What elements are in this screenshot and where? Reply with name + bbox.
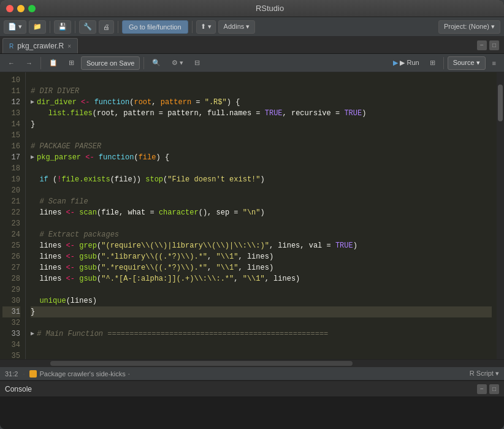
git-dropdown-icon: ▾ — [208, 23, 212, 31]
compile-button[interactable]: ⊞ — [64, 56, 78, 70]
line-num-34: 34 — [2, 340, 20, 351]
editor-area: R pkg_crawler.R × − □ ← → 📋 ⊞ — [0, 37, 504, 380]
addins-button[interactable]: Addins ▾ — [218, 20, 256, 34]
status-separator: · — [23, 370, 25, 378]
status-file-info[interactable]: Package crawler's side-kicks · — [29, 370, 129, 378]
back-icon: ← — [8, 59, 15, 67]
source-on-save-button[interactable]: Source on Save — [81, 56, 140, 70]
code-line-24: # Extract packages — [31, 229, 492, 240]
editor-toolbar-sep-1 — [40, 57, 41, 69]
line-num-33: 33 — [2, 328, 20, 340]
project-button[interactable]: Project: (None) ▾ — [438, 20, 500, 34]
code-line-26: lines <- gsub(".*library\\((.*?)\\).*", … — [31, 251, 492, 262]
code-content[interactable]: # DIR DIVER ▶dir_diver <- function(root,… — [26, 72, 497, 359]
tab-shrink-button[interactable]: − — [477, 40, 487, 50]
code-line-21: # Scan file — [31, 196, 492, 207]
format-button[interactable]: ⊟ — [190, 56, 204, 70]
print-button[interactable]: 🖨 — [99, 20, 114, 34]
scrollbar-thumb[interactable] — [498, 85, 503, 121]
scrollbar[interactable] — [497, 72, 504, 359]
toolbar-separator-3 — [118, 21, 118, 33]
run-button[interactable]: ▶ ▶ Run — [389, 56, 422, 70]
console-shrink-button[interactable]: − — [477, 384, 487, 394]
r-file-status-icon — [29, 370, 37, 378]
toolbar-separator-1 — [50, 21, 50, 33]
code-line-29 — [31, 284, 492, 295]
excel-icon: ⊞ — [430, 59, 435, 67]
line-num-28: 28 — [2, 273, 20, 284]
tab-label: pkg_crawler.R — [17, 42, 64, 50]
tools-dropdown-icon: ▾ — [180, 59, 183, 67]
knit-button[interactable]: 🔧 — [79, 20, 96, 34]
line-num-32: 32 — [2, 317, 20, 328]
back-button[interactable]: ← — [4, 56, 19, 70]
line-num-18: 18 — [2, 163, 20, 174]
code-line-11: # DIR DIVER — [31, 86, 492, 97]
code-line-17: ▶pkg_parser <- function(file) { — [31, 152, 492, 163]
console-title: Console — [5, 385, 32, 393]
line-num-10: 10 — [2, 75, 20, 86]
show-in-files-button[interactable]: 📋 — [45, 56, 62, 70]
line-num-23: 23 — [2, 218, 20, 229]
line-numbers: 10 11 12 13 14 15 16 17 18 19 20 21 22 2… — [0, 72, 26, 359]
editor-toolbar: ← → 📋 ⊞ Source on Save 🔍 ⚙ ▾ ⊟ — [0, 54, 504, 72]
close-button[interactable] — [6, 5, 13, 12]
run-options-button[interactable]: ⊞ — [426, 56, 440, 70]
open-file-button[interactable]: 📁 — [29, 20, 46, 34]
toolbar-separator-2 — [75, 21, 75, 33]
menu-toolbar: 📄 ▾ 📁 💾 🔧 🖨 Go to file/function ⬆ ▾ Addi… — [0, 17, 504, 37]
code-line-28: lines <- gsub("^.*[A-[:alpha:]](.+)\\:\\… — [31, 273, 492, 284]
new-file-icon: 📄 — [8, 23, 17, 31]
line-num-13: 13 — [2, 108, 20, 119]
code-line-22: lines <- scan(file, what = character(), … — [31, 207, 492, 218]
line-num-25: 25 — [2, 240, 20, 251]
line-num-17: 17 — [2, 152, 20, 163]
code-line-16: # PACKAGE PARSER — [31, 141, 492, 152]
code-line-27: lines <- gsub(".*require\\((.*?)\\).*", … — [31, 262, 492, 273]
h-scrollbar-thumb[interactable] — [50, 361, 353, 366]
code-line-33: ▶# Main Function =======================… — [31, 328, 492, 340]
search-button[interactable]: 🔍 — [148, 56, 165, 70]
code-line-32 — [31, 317, 492, 328]
code-line-35 — [31, 351, 492, 359]
tools-button[interactable]: ⚙ ▾ — [167, 56, 188, 70]
search-icon: 🔍 — [152, 59, 161, 67]
code-line-15 — [31, 130, 492, 141]
code-line-18 — [31, 163, 492, 174]
line-num-24: 24 — [2, 229, 20, 240]
console-tab-bar: Console − □ — [0, 381, 504, 397]
console-area: Console − □ — [0, 380, 504, 429]
save-button[interactable]: 💾 — [54, 20, 71, 34]
tab-spacer — [78, 37, 477, 53]
source-button[interactable]: Source ▾ — [448, 56, 486, 70]
new-file-button[interactable]: 📄 ▾ — [4, 20, 26, 34]
horizontal-scrollbar[interactable] — [0, 359, 504, 366]
line-num-16: 16 — [2, 141, 20, 152]
code-line-13: list.files(root, pattern = pattern, full… — [31, 108, 492, 119]
git-button[interactable]: ⬆ ▾ — [196, 20, 216, 34]
minimize-button[interactable] — [17, 5, 25, 12]
maximize-button[interactable] — [28, 5, 36, 12]
line-num-30: 30 — [2, 295, 20, 306]
titlebar: RStudio — [0, 0, 504, 17]
line-num-11: 11 — [2, 86, 20, 97]
console-content[interactable] — [0, 397, 504, 429]
code-line-20 — [31, 185, 492, 196]
forward-icon: → — [26, 59, 32, 67]
line-num-12: 12 — [2, 97, 20, 108]
tab-close-button[interactable]: × — [67, 43, 71, 50]
format-icon: ⊟ — [194, 59, 200, 67]
cursor-position: 31:2 — [5, 370, 18, 378]
save-icon: 💾 — [58, 23, 67, 31]
code-line-12: ▶dir_diver <- function(root, pattern = "… — [31, 97, 492, 108]
console-expand-button[interactable]: □ — [489, 384, 499, 394]
go-to-button[interactable]: Go to file/function — [122, 20, 188, 34]
window-buttons — [6, 5, 36, 12]
new-dropdown-icon: ▾ — [18, 23, 22, 31]
file-tab[interactable]: R pkg_crawler.R × — [2, 38, 78, 53]
tab-expand-button[interactable]: □ — [489, 40, 499, 50]
line-num-21: 21 — [2, 196, 20, 207]
source-options-button[interactable]: ≡ — [488, 56, 500, 70]
forward-button[interactable]: → — [21, 56, 37, 70]
file-type[interactable]: R Script ▾ — [470, 370, 499, 378]
